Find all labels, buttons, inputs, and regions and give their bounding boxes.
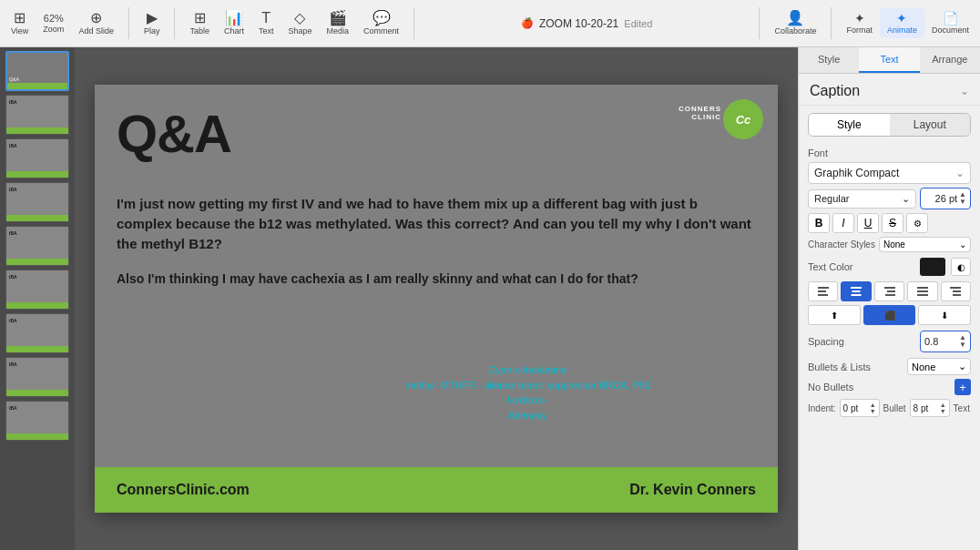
layout-tab[interactable]: Layout <box>890 114 971 136</box>
format-button[interactable]: ✦ Format <box>839 8 880 38</box>
slide-thumb-8[interactable]: iBA <box>5 357 69 397</box>
indent-pt-row: Indent: 0 pt ▲ ▼ Bullet 8 pt ▲ ▼ Tex <box>808 399 971 417</box>
svg-rect-2 <box>818 294 828 296</box>
bold-button[interactable]: B <box>808 213 830 233</box>
slide-question-2: Also I'm thinking I may have cachexia as… <box>117 270 756 288</box>
toolbar-divider-1 <box>128 7 129 39</box>
indent-text-control[interactable]: 8 pt ▲ ▼ <box>910 399 950 417</box>
shape-button[interactable]: ◇ Shape <box>281 7 319 39</box>
media-button[interactable]: 🎬 Media <box>320 7 357 39</box>
thumb-green-bar-7 <box>6 346 68 352</box>
slide-thumb-6[interactable]: iBA <box>5 270 69 310</box>
font-style-select[interactable]: Regular ⌄ <box>808 189 916 209</box>
collaborate-button[interactable]: 👤 Collaborate <box>767 7 823 39</box>
text-button[interactable]: T Text <box>251 7 281 39</box>
align-extra-button[interactable] <box>941 281 971 301</box>
spacing-label: Spacing <box>808 336 916 347</box>
add-slide-button[interactable]: ⊕ Add Slide <box>71 7 121 39</box>
char-styles-arrow: ⌄ <box>959 239 966 250</box>
view-button[interactable]: ⊞ View <box>4 7 36 39</box>
slide-thumb-7[interactable]: iBA <box>5 313 69 353</box>
slide[interactable]: Cc CONNERS CLINIC Q&A I'm just now getti… <box>95 85 778 513</box>
vert-top-button[interactable]: ⬆ <box>808 305 861 325</box>
align-row <box>808 281 971 301</box>
text-label: Text <box>259 26 274 36</box>
text-label-indent: Text <box>954 403 970 413</box>
slide-thumb-2[interactable]: iBA <box>5 95 69 135</box>
caption-chevron: ⌄ <box>960 85 969 97</box>
animate-button[interactable]: ✦ Animate <box>880 8 924 38</box>
table-button[interactable]: ⊞ Table <box>182 7 217 39</box>
play-button[interactable]: ▶ Play <box>137 7 168 39</box>
style-layout-tabs: Style Layout <box>808 113 971 137</box>
slide-thumb-4[interactable]: iBA <box>5 182 69 222</box>
right-panel: Style Text Arrange Caption ⌄ Style Layou… <box>798 47 980 550</box>
slide-thumb-9[interactable]: iBA <box>5 401 69 441</box>
canvas-area: Cc CONNERS CLINIC Q&A I'm just now getti… <box>75 47 798 550</box>
slide-thumb-5[interactable]: iBA <box>5 226 69 266</box>
char-styles-select[interactable]: None ⌄ <box>879 237 971 252</box>
font-name: Graphik Compact <box>814 167 955 179</box>
slide-thumb-1[interactable]: Q&A <box>5 51 69 91</box>
main-toolbar: ⊞ View 62% Zoom ⊕ Add Slide ▶ Play ⊞ Tab… <box>0 0 980 47</box>
caption-header: Caption ⌄ <box>799 74 980 106</box>
char-styles-value: None <box>883 239 905 250</box>
slide-logo: Cc CONNERS CLINIC <box>699 99 763 139</box>
tab-text[interactable]: Text <box>859 47 919 73</box>
vert-middle-button[interactable]: ⬛ <box>863 305 916 325</box>
format-group: ✦ Format ✦ Animate 📄 Document <box>835 0 980 46</box>
app-title: ZOOM 10-20-21 <box>539 17 618 30</box>
play-group: ▶ Play <box>133 0 171 46</box>
bullets-select[interactable]: None ⌄ <box>907 358 971 375</box>
document-button[interactable]: 📄 Document <box>924 8 976 38</box>
italic-button[interactable]: I <box>832 213 854 233</box>
comment-button[interactable]: 💬 Comment <box>356 7 406 39</box>
indent-bullet-control[interactable]: 0 pt ▲ ▼ <box>840 399 880 417</box>
zoom-button[interactable]: 62% Zoom <box>36 10 71 37</box>
style-tab[interactable]: Style <box>809 114 890 136</box>
font-size-control[interactable]: 26 pt ▲ ▼ <box>920 188 971 209</box>
text-color-swatch[interactable] <box>920 258 945 276</box>
thumb-label-1: Q&A <box>9 76 19 82</box>
right-panel-header-tabs: Style Text Arrange <box>799 47 980 74</box>
bullets-value: None <box>912 362 935 372</box>
vert-bottom-button[interactable]: ⬇ <box>918 305 971 325</box>
align-center-button[interactable] <box>841 281 871 301</box>
svg-rect-3 <box>851 287 862 289</box>
zoom-icon: 62% <box>44 14 64 24</box>
underline-button[interactable]: U <box>857 213 879 233</box>
more-text-options-button[interactable]: ⚙ <box>906 213 928 233</box>
svg-rect-14 <box>953 294 961 296</box>
align-justify-button[interactable] <box>907 281 937 301</box>
add-bullets-button[interactable]: + <box>954 379 971 395</box>
indent-icon <box>950 287 961 296</box>
tab-arrange[interactable]: Arrange <box>920 47 980 73</box>
thumb-green-bar-1 <box>7 83 67 89</box>
animate-icon: ✦ <box>896 12 907 25</box>
tab-style[interactable]: Style <box>799 47 859 73</box>
table-icon: ⊞ <box>194 11 206 25</box>
animate-label: Animate <box>887 25 917 35</box>
slide-thumb-3[interactable]: iBA <box>5 138 69 178</box>
char-styles-label: Character Styles <box>808 239 875 250</box>
main-area: Q&A iBA iBA iBA iBA <box>0 47 980 550</box>
thumb-green-bar-6 <box>6 302 68 309</box>
strikethrough-button[interactable]: S <box>882 213 903 233</box>
text-icon: T <box>261 11 271 25</box>
toolbar-divider-2 <box>174 7 175 39</box>
svg-rect-1 <box>818 290 826 292</box>
comment-icon: 💬 <box>373 11 391 25</box>
view-options-group: 👤 Collaborate <box>763 0 827 46</box>
thumb-green-bar-4 <box>6 215 68 221</box>
spacing-control[interactable]: 0.8 ▲ ▼ <box>920 331 971 352</box>
align-right-icon <box>884 287 895 296</box>
vert-align-row: ⬆ ⬛ ⬇ <box>808 305 971 325</box>
chart-button[interactable]: 📊 Chart <box>217 7 251 39</box>
font-name-row[interactable]: Graphik Compact ⌄ <box>808 162 971 184</box>
indent-bullet-arrows: ▲ ▼ <box>870 402 876 414</box>
color-toggle-button[interactable]: ◐ <box>951 258 971 276</box>
align-left-button[interactable] <box>808 281 838 301</box>
align-right-button[interactable] <box>874 281 904 301</box>
chart-label: Chart <box>224 26 244 36</box>
font-style-text: Regular <box>814 193 850 204</box>
